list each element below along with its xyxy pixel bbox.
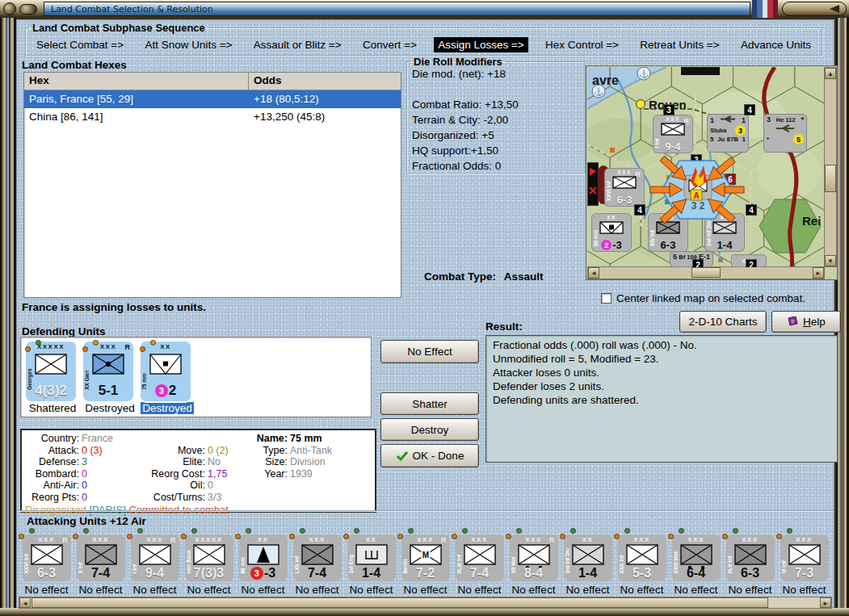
air-unit-bf109[interactable]: 5Bf 109E-1 xyxy=(670,251,713,267)
unit-counter[interactable]: XXX InfXXX5-3 xyxy=(618,534,666,581)
detail-value: 3/3 xyxy=(208,492,251,504)
hex-row[interactable]: Paris, France [55, 29] +18 (80,5:12) xyxy=(24,90,401,108)
attacking-units-label: Attacking Units +12 Air xyxy=(27,515,146,527)
detail-value: 3 xyxy=(82,456,132,468)
defending-units-listbox: GeorgesXXXXX4(3)2ShatteredXX GarrXXXR5-1… xyxy=(20,337,372,417)
map-viewport[interactable]: ⚓ ⚓ avre Rouen Rei I InfXXXR9-4XXVI InfX… xyxy=(587,67,825,267)
defending-unit-slot[interactable]: XX GarrXXXR5-1Destroyed xyxy=(83,342,137,414)
attacking-unit-slot[interactable]: XXX InfXXX5-3No effect xyxy=(615,527,669,597)
attacking-unit-slot[interactable]: XLV InfXXX6-3No effect xyxy=(723,527,777,597)
detail-label: Reorg Cost: xyxy=(132,468,208,480)
attacking-unit-slot[interactable]: XLIII InfXXX7-4No effect xyxy=(452,527,506,597)
scroll-up-button[interactable]: ▲ xyxy=(825,68,836,79)
odds-column-header[interactable]: Odds xyxy=(249,73,401,90)
subphase-step[interactable]: Att Snow Units => xyxy=(141,37,236,52)
unit-counter[interactable]: von BockXXXXX7(3)3 xyxy=(185,534,233,581)
modifier-line: Die mod. (net): +18 xyxy=(407,68,585,83)
charts-button[interactable]: 2-D-10 Charts xyxy=(679,311,767,333)
hex-row[interactable]: China [86, 141] +13,250 (45:8) xyxy=(24,108,401,126)
horizontal-scroll-thumb[interactable] xyxy=(691,267,721,278)
scroll-right-button[interactable]: ► xyxy=(820,597,831,608)
map-unit-counter[interactable]: 50 mmXX2-3 xyxy=(592,214,631,251)
shatter-button[interactable]: Shatter xyxy=(380,392,479,415)
unit-counter[interactable]: 3rd Inf DivXX1-4 xyxy=(564,534,612,581)
detail-value: Anti-Tank xyxy=(290,445,374,457)
attacking-unit-slot[interactable]: 3rd Inf DivXX1-4No effect xyxy=(561,527,615,597)
unit-counter[interactable]: VI InfXXX7-3 xyxy=(780,534,829,581)
unit-counter[interactable]: XLV InfXXX6-3 xyxy=(726,534,775,581)
attacking-units-row: XXVI InfXXXR6-3No effectX InfXXX7-4No ef… xyxy=(19,527,833,597)
modifier-line: HQ support:+1,50 xyxy=(407,145,585,160)
unit-counter[interactable]: I InfXXXR9-4 xyxy=(131,534,179,581)
map-unit-counter[interactable]: I InfXXXR9-4 xyxy=(654,115,692,153)
subphase-step[interactable]: Convert => xyxy=(359,37,421,52)
unit-counter[interactable]: XXIII MotXXX6-4 xyxy=(672,534,721,581)
attacking-unit-slot[interactable]: 88 mmXX3-3No effect xyxy=(236,527,290,597)
unit-effect-label: No effect xyxy=(398,584,452,596)
unit-counter[interactable]: VII MotXXXR8-4 xyxy=(510,534,558,581)
attacking-unit-slot[interactable]: LXII InfXXX7-4No effect xyxy=(290,527,344,597)
destroy-button[interactable]: Destroy xyxy=(380,418,479,441)
attacking-unit-slot[interactable]: VII MotXXXR8-4No effect xyxy=(506,527,561,597)
defending-unit-slot[interactable]: GeorgesXXXXX4(3)2Shattered xyxy=(26,342,79,414)
vertical-scroll-thumb[interactable] xyxy=(825,165,836,192)
die-roll-modifiers-group: Die Roll Modifiers Die mod. (net): +18Co… xyxy=(406,56,586,174)
horizontal-scroll-thumb[interactable] xyxy=(32,597,768,608)
attacking-units-scrollbar[interactable]: ◄ ► xyxy=(19,597,832,609)
unit-effect-label: No effect xyxy=(452,584,506,596)
hex-column-header[interactable]: Hex xyxy=(24,73,249,90)
center-map-checkbox[interactable] xyxy=(601,293,612,304)
attacking-unit-slot[interactable]: von BockXXXXX7(3)3No effect xyxy=(182,527,236,597)
unit-counter[interactable]: LXII InfXXX7-4 xyxy=(293,534,342,581)
map-unit-counter[interactable]: XIV InfXXX6-3 xyxy=(649,214,687,251)
air-unit-stuka[interactable]: 1 1 Stuka 3 5Ju 87B1 xyxy=(707,114,749,153)
help-button[interactable]: ? Help xyxy=(771,311,841,333)
subphase-step[interactable]: Advance Units xyxy=(737,37,815,52)
attacking-unit-slot[interactable]: VI InfXXX7-3No effect xyxy=(777,527,831,597)
scroll-right-button[interactable]: ► xyxy=(813,267,824,279)
unit-counter[interactable]: XXVI InfXXXR6-3 xyxy=(23,534,71,581)
unit-counter[interactable]: 1st EngXX1-4 xyxy=(347,534,396,581)
modifier-line: Combat Ratio: +13,50 xyxy=(407,98,585,114)
unit-counter[interactable]: 75 mmXX32 xyxy=(141,342,191,401)
unit-counter[interactable]: X InfXXX7-4 xyxy=(77,534,125,581)
scroll-down-button[interactable]: ▼ xyxy=(825,255,836,266)
status-dot-orange xyxy=(25,346,31,352)
unit-combat-value: 5-3 xyxy=(618,566,666,580)
attacking-unit-slot[interactable]: I InfXXXR9-4No effect xyxy=(128,527,182,597)
map-horizontal-scrollbar[interactable]: ◄ ► xyxy=(587,266,825,279)
attacking-unit-slot[interactable]: X InfXXX7-4No effect xyxy=(74,527,128,597)
subphase-step[interactable]: Retreat Units => xyxy=(636,37,723,52)
unit-counter[interactable]: XLIII InfXXX7-4 xyxy=(456,534,504,581)
map-unit-counter[interactable]: XXVI InfXXXR6-3 xyxy=(605,169,644,206)
status-dot-orange xyxy=(560,534,565,539)
subphase-step[interactable]: Assault or Blitz => xyxy=(250,37,346,52)
unit-counter[interactable]: GeorgesXXXXX4(3)2 xyxy=(26,342,76,401)
ok-done-button[interactable]: OK - Done xyxy=(380,444,479,467)
unit-symbol-at xyxy=(149,354,182,383)
window-menu-button[interactable] xyxy=(19,4,37,15)
defending-unit-slot[interactable]: 75 mmXX32Destroyed xyxy=(141,342,194,414)
center-map-checkbox-label: Center linked map on selected combat. xyxy=(616,292,805,304)
subphase-step[interactable]: Select Combat => xyxy=(32,37,128,52)
map-vertical-scrollbar[interactable]: ▲ ▼ xyxy=(824,67,837,267)
attacking-unit-slot[interactable]: 1st EngXX1-4No effect xyxy=(344,527,398,597)
unit-size-indicator: XXX xyxy=(293,536,342,543)
air-unit-he112[interactable]: 3He 112* *5 xyxy=(763,114,807,153)
no-effect-button[interactable]: No Effect xyxy=(380,340,479,363)
close-button[interactable] xyxy=(782,2,847,16)
attacking-unit-slot[interactable]: XXVI InfXXXR6-3No effect xyxy=(19,527,74,597)
unit-counter[interactable]: XX GarrXXXR5-1 xyxy=(83,342,133,401)
scroll-left-button[interactable]: ◄ xyxy=(588,267,599,279)
status-dot-green xyxy=(300,528,305,534)
scroll-left-button[interactable]: ◄ xyxy=(19,597,31,608)
map-unit-counter[interactable]: 3rd Inf DivXX1-4 xyxy=(705,214,744,251)
enemy-black-counter[interactable] xyxy=(587,162,599,206)
attacking-unit-slot[interactable]: XXIII MotXXX6-4No effect xyxy=(669,527,723,597)
subphase-step[interactable]: Hex Control => xyxy=(541,37,623,52)
unit-counter[interactable]: BerlinXXXRM7-2 xyxy=(401,534,450,581)
attacking-unit-slot[interactable]: BerlinXXXRM7-2No effect xyxy=(398,527,452,597)
unit-counter[interactable]: 88 mmXX3-3 xyxy=(239,534,288,581)
unit-size-indicator: XXX xyxy=(726,536,775,543)
subphase-step[interactable]: Assign Losses => xyxy=(434,37,528,52)
